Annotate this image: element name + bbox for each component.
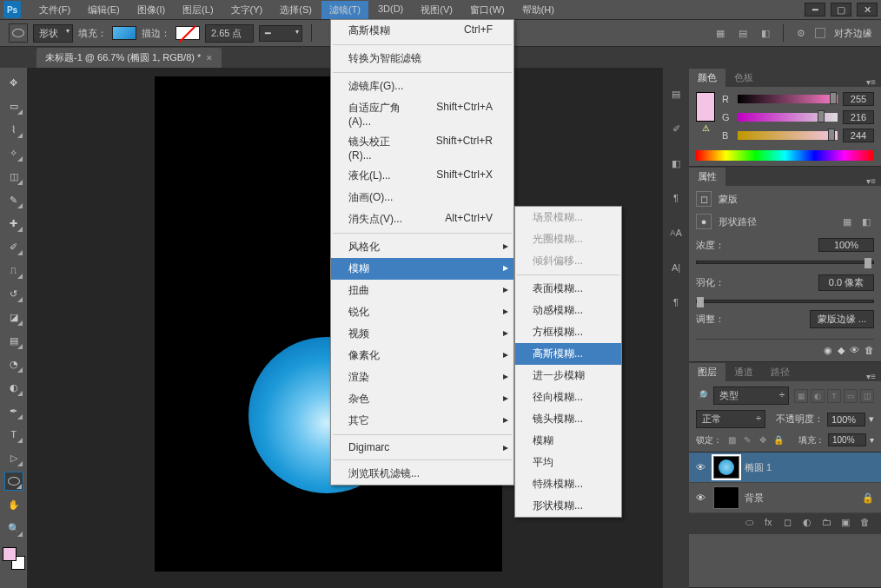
menu-item[interactable]: 像素化 — [331, 345, 513, 367]
delete-layer-icon[interactable]: 🗑 — [860, 517, 874, 531]
fill-swatch[interactable] — [112, 26, 136, 40]
menu-滤镜(T)[interactable]: 滤镜(T) — [321, 1, 368, 19]
spectrum-bar[interactable] — [696, 150, 874, 161]
r-slider[interactable] — [738, 95, 838, 103]
layer-row[interactable]: 👁椭圆 1 — [689, 453, 881, 483]
glyphs-panel-icon[interactable]: ¶ — [667, 294, 685, 311]
healing-tool[interactable]: ✚ — [4, 214, 23, 233]
menu-item[interactable]: 形状模糊... — [515, 495, 621, 517]
menu-文字(Y)[interactable]: 文字(Y) — [223, 1, 271, 19]
menu-item[interactable]: 特殊模糊... — [515, 473, 621, 495]
adjustment-layer-icon[interactable]: ◐ — [803, 517, 817, 531]
menu-item[interactable]: 油画(O)... — [331, 187, 513, 208]
menu-item[interactable]: 视频 — [331, 323, 513, 345]
filter-pixel-icon[interactable]: ▦ — [794, 389, 808, 403]
apply-mask-icon[interactable]: ◆ — [838, 345, 845, 356]
menu-item[interactable]: 风格化 — [331, 236, 513, 258]
lock-transparent-icon[interactable]: ▩ — [725, 434, 738, 446]
filter-smart-icon[interactable]: ◫ — [860, 389, 874, 403]
density-value[interactable]: 100% — [818, 238, 874, 252]
lock-pixels-icon[interactable]: ✎ — [741, 434, 753, 446]
tab-channels[interactable]: 通道 — [725, 363, 762, 381]
disable-mask-icon[interactable]: 👁 — [850, 345, 859, 356]
eyedropper-tool[interactable]: ✎ — [4, 190, 23, 209]
opacity-dropdown-icon[interactable]: ▾ — [869, 413, 874, 425]
lock-all-icon[interactable]: 🔒 — [772, 434, 785, 446]
menu-帮助(H)[interactable]: 帮助(H) — [514, 1, 562, 19]
menu-item[interactable]: 进一步模糊 — [515, 365, 621, 386]
mask-icon[interactable]: ◻ — [784, 517, 798, 531]
pixel-mask-icon[interactable]: ▦ — [839, 214, 855, 229]
menu-item[interactable]: 模糊 — [515, 430, 621, 452]
menu-item[interactable]: 平均 — [515, 452, 621, 473]
menu-item[interactable]: Digimarc — [331, 438, 513, 457]
path-select-tool[interactable]: ▷ — [4, 448, 23, 467]
menu-item[interactable]: 镜头模糊... — [515, 408, 621, 430]
gradient-tool[interactable]: ▤ — [4, 331, 23, 350]
gamut-warning-icon[interactable]: ⚠ — [702, 123, 710, 133]
brush-tool[interactable]: ✐ — [4, 237, 23, 256]
filter-icon[interactable]: 🔎 — [696, 390, 708, 401]
filter-adjust-icon[interactable]: ◐ — [811, 389, 825, 403]
menu-item[interactable]: 其它 — [331, 410, 513, 432]
b-slider[interactable] — [738, 131, 838, 140]
menu-item[interactable]: 浏览联机滤镜... — [331, 463, 513, 485]
g-value[interactable]: 216 — [843, 110, 874, 124]
lasso-tool[interactable]: ⌇ — [4, 120, 23, 139]
magic-wand-tool[interactable]: ✧ — [4, 143, 23, 162]
layer-thumbnail[interactable] — [713, 456, 739, 479]
menu-item[interactable]: 转换为智能滤镜 — [331, 48, 513, 69]
group-icon[interactable]: 🗀 — [822, 517, 836, 531]
b-value[interactable]: 244 — [843, 129, 874, 142]
menu-编辑(E)[interactable]: 编辑(E) — [80, 1, 128, 19]
menu-item[interactable]: 杂色 — [331, 388, 513, 410]
minimize-button[interactable]: ━ — [805, 3, 825, 17]
panel-menu-icon[interactable]: ▾≡ — [861, 176, 881, 186]
eraser-tool[interactable]: ◪ — [4, 307, 23, 327]
link-layers-icon[interactable]: ⬭ — [745, 517, 759, 531]
r-value[interactable]: 255 — [843, 92, 874, 106]
tab-color[interactable]: 颜色 — [689, 69, 725, 87]
fill-opacity-value[interactable]: 100% — [828, 433, 866, 446]
current-tool-indicator[interactable] — [9, 23, 28, 43]
shape-tool[interactable] — [4, 472, 23, 491]
filter-type-icon[interactable]: T — [827, 389, 841, 403]
menu-item[interactable]: 方框模糊... — [515, 321, 621, 343]
zoom-tool[interactable]: 🔍 — [4, 519, 23, 538]
document-tab[interactable]: 未标题-1 @ 66.7% (椭圆 1, RGB/8) * ✕ — [36, 48, 222, 68]
panel-menu-icon[interactable]: ▾≡ — [861, 77, 881, 87]
marquee-tool[interactable]: ▭ — [4, 96, 23, 116]
layer-name[interactable]: 背景 — [745, 492, 764, 505]
antialias-checkbox[interactable] — [815, 28, 825, 38]
opacity-value[interactable]: 100% — [827, 413, 865, 426]
menu-item[interactable]: 高斯模糊... — [515, 343, 621, 365]
density-slider[interactable] — [696, 261, 874, 264]
brush-panel-icon[interactable]: ✐ — [667, 120, 685, 137]
blend-mode-dropdown[interactable]: 正常 — [696, 410, 765, 428]
hand-tool[interactable]: ✋ — [4, 495, 23, 514]
char-panel-icon[interactable]: ¶ — [667, 189, 685, 207]
menu-item[interactable]: 表面模糊... — [515, 278, 621, 300]
fill-dropdown-icon[interactable]: ▾ — [870, 435, 874, 445]
menu-item[interactable]: 锐化 — [331, 301, 513, 323]
menu-视图(V)[interactable]: 视图(V) — [413, 1, 460, 19]
filter-shape-icon[interactable]: ▭ — [844, 389, 858, 403]
new-layer-icon[interactable]: ▣ — [841, 517, 855, 531]
styles-panel-icon[interactable]: AA — [667, 224, 685, 241]
feather-slider[interactable] — [696, 300, 874, 303]
feather-value[interactable]: 0.0 像素 — [818, 274, 874, 291]
lock-position-icon[interactable]: ✥ — [757, 434, 769, 446]
menu-item[interactable]: 径向模糊... — [515, 386, 621, 408]
stroke-weight-field[interactable]: 2.65 点 — [205, 24, 254, 43]
arrange-icon[interactable]: ▤ — [734, 25, 752, 41]
blur-tool[interactable]: ◔ — [4, 354, 23, 373]
stroke-swatch[interactable] — [176, 26, 200, 40]
menu-文件(F)[interactable]: 文件(F) — [31, 1, 78, 19]
maximize-button[interactable]: ▢ — [831, 3, 851, 17]
menu-图像(I)[interactable]: 图像(I) — [129, 1, 173, 19]
paragraph-panel-icon[interactable]: A| — [667, 259, 685, 276]
visibility-icon[interactable]: 👁 — [696, 492, 708, 503]
menu-item[interactable]: 镜头校正(R)...Shift+Ctrl+R — [331, 131, 513, 165]
path-ops-icon[interactable]: ◧ — [757, 25, 774, 41]
panel-menu-icon[interactable]: ▾≡ — [861, 372, 881, 381]
